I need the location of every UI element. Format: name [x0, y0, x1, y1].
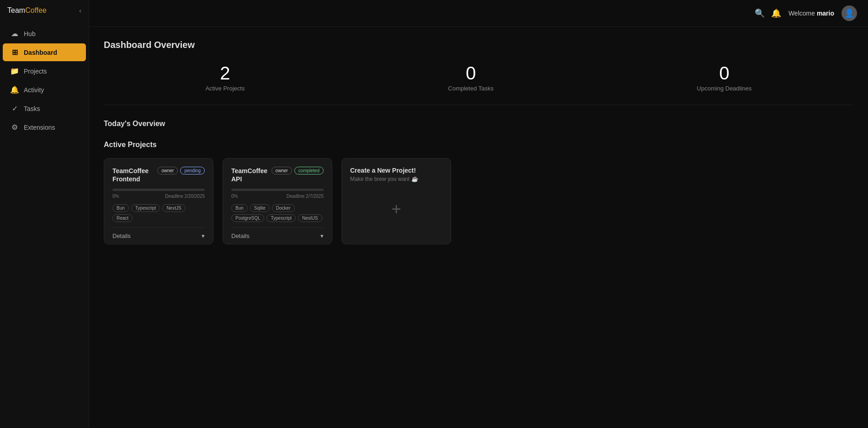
sidebar-logo: TeamCoffee ‹ [0, 0, 89, 21]
chevron-down-icon: ▾ [202, 232, 205, 239]
tag: PostgreSQL [231, 214, 264, 222]
badge-row: owner pending [157, 167, 205, 174]
badge-completed: completed [294, 167, 324, 174]
tag: Typescript [266, 214, 296, 222]
stats-row: 2 Active Projects 0 Completed Tasks 0 Up… [104, 63, 853, 105]
plus-icon-wrap: + [350, 182, 442, 236]
tag: Typescript [131, 204, 160, 212]
sidebar-item-label: Tasks [24, 105, 40, 112]
collapse-button[interactable]: ‹ [79, 7, 81, 14]
deadline-text: Deadline 2/7/2025 [287, 194, 324, 199]
project-name: TeamCoffee Frontend [112, 167, 154, 183]
sidebar-item-hub[interactable]: ☁ Hub [3, 25, 86, 42]
active-projects-section: Active Projects TeamCoffee Frontend owne… [104, 141, 853, 244]
badge-owner: owner [272, 167, 292, 174]
topbar: 🔍 🔔 Welcome mario 👤 [89, 0, 868, 27]
main-content: 🔍 🔔 Welcome mario 👤 Dashboard Overview 2… [89, 0, 868, 428]
tags-row: Bun Sqlite Docker PostgreSQL Typescript … [231, 204, 324, 222]
sidebar-nav: ☁ Hub ⊞ Dashboard 📁 Projects 🔔 Activity … [0, 21, 89, 140]
stat-value-upcoming-deadlines: 0 [697, 63, 752, 83]
sidebar-item-label: Projects [24, 68, 47, 75]
activity-icon: 🔔 [10, 85, 19, 94]
sidebar-item-label: Hub [24, 30, 36, 37]
chevron-down-icon: ▾ [320, 232, 324, 239]
new-project-subtitle: Make the brew you want ☕ [350, 176, 442, 182]
tags-row: Bun Typescript NextJS React [112, 204, 205, 222]
progress-bar-container [231, 189, 324, 191]
deadline-text: Deadline 2/20/2025 [165, 194, 205, 199]
project-card-teamcoffee-api: TeamCoffee API owner completed 0% Deadli… [223, 158, 332, 244]
tag: Sqlite [250, 204, 270, 212]
project-card-header: TeamCoffee API owner completed [231, 167, 324, 183]
stat-value-completed-tasks: 0 [448, 63, 493, 83]
details-toggle[interactable]: Details ▾ [231, 227, 324, 244]
tasks-icon: ✓ [10, 104, 19, 113]
topbar-icons: 🔍 🔔 [755, 8, 781, 18]
create-new-project-card[interactable]: Create a New Project! Make the brew you … [341, 158, 451, 244]
progress-bar-container [112, 189, 205, 191]
sidebar-item-activity[interactable]: 🔔 Activity [3, 81, 86, 99]
details-toggle[interactable]: Details ▾ [112, 227, 205, 244]
stat-value-active-projects: 2 [205, 63, 245, 83]
details-label: Details [112, 232, 131, 239]
project-name: TeamCoffee API [231, 167, 268, 183]
badge-row: owner completed [272, 167, 324, 174]
stat-completed-tasks: 0 Completed Tasks [448, 63, 493, 92]
extensions-icon: ⚙ [10, 123, 19, 132]
sidebar: TeamCoffee ‹ ☁ Hub ⊞ Dashboard 📁 Project… [0, 0, 89, 428]
tag: Bun [112, 204, 129, 212]
dashboard-icon: ⊞ [10, 48, 19, 57]
tag: NextJS [162, 204, 185, 212]
dashboard-content: Dashboard Overview 2 Active Projects 0 C… [89, 27, 868, 257]
logo: TeamCoffee [7, 6, 47, 15]
welcome-text: Welcome mario [788, 10, 834, 17]
badge-owner: owner [157, 167, 178, 174]
notification-icon[interactable]: 🔔 [771, 8, 781, 18]
projects-icon: 📁 [10, 67, 19, 75]
logo-coffee: Coffee [25, 6, 47, 14]
user-avatar[interactable]: 👤 [841, 5, 857, 21]
new-project-title: Create a New Project! [350, 167, 442, 174]
plus-icon: + [391, 200, 401, 219]
projects-grid: TeamCoffee Frontend owner pending 0% Dea… [104, 158, 853, 244]
todays-overview-section: Today's Overview [104, 120, 853, 128]
sidebar-item-tasks[interactable]: ✓ Tasks [3, 100, 86, 117]
search-icon[interactable]: 🔍 [755, 8, 765, 18]
tag: Bun [231, 204, 248, 212]
progress-meta: 0% Deadline 2/20/2025 [112, 194, 205, 199]
stat-label-active-projects: Active Projects [205, 85, 245, 92]
sidebar-item-label: Extensions [24, 124, 55, 131]
sidebar-item-extensions[interactable]: ⚙ Extensions [3, 118, 86, 136]
todays-overview-title: Today's Overview [104, 120, 853, 128]
tag: Docker [272, 204, 295, 212]
sidebar-item-projects[interactable]: 📁 Projects [3, 62, 86, 80]
active-projects-title: Active Projects [104, 141, 853, 149]
coffee-icon: ☕ [411, 176, 418, 182]
stat-label-completed-tasks: Completed Tasks [448, 85, 493, 92]
sidebar-item-dashboard[interactable]: ⊞ Dashboard [3, 43, 86, 61]
page-title: Dashboard Overview [104, 40, 853, 50]
logo-team: Team [7, 6, 25, 14]
project-card-header: TeamCoffee Frontend owner pending [112, 167, 205, 183]
badge-pending: pending [180, 167, 205, 174]
hub-icon: ☁ [10, 29, 19, 38]
details-label: Details [231, 232, 250, 239]
stat-upcoming-deadlines: 0 Upcoming Deadlines [697, 63, 752, 92]
username-text: mario [817, 10, 834, 17]
project-card-teamcoffee-frontend: TeamCoffee Frontend owner pending 0% Dea… [104, 158, 213, 244]
tag: React [112, 214, 133, 222]
tag: NestUS [298, 214, 322, 222]
progress-percent: 0% [231, 194, 238, 199]
progress-percent: 0% [112, 194, 119, 199]
sidebar-item-label: Dashboard [24, 49, 57, 56]
sidebar-item-label: Activity [24, 86, 44, 94]
stat-label-upcoming-deadlines: Upcoming Deadlines [697, 85, 752, 92]
stat-active-projects: 2 Active Projects [205, 63, 245, 92]
progress-meta: 0% Deadline 2/7/2025 [231, 194, 324, 199]
